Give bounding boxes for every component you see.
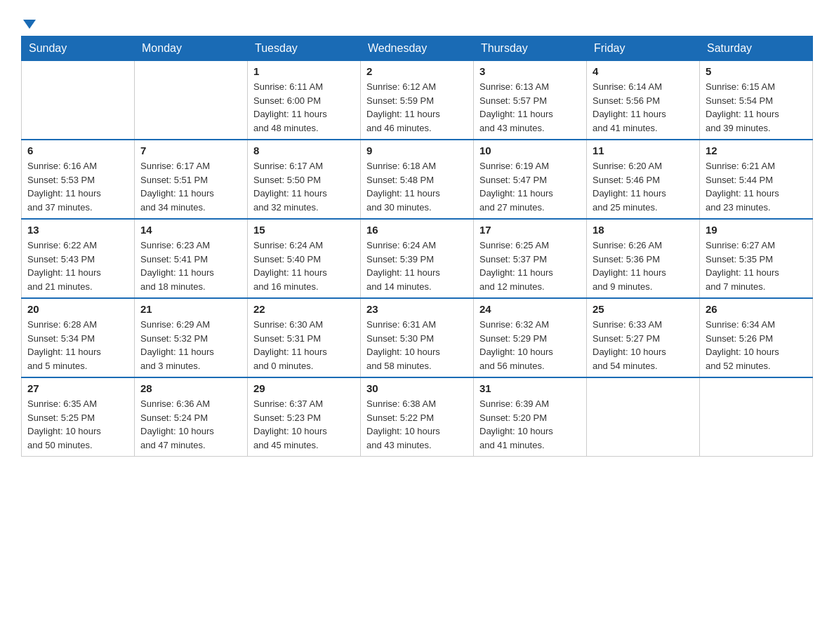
calendar-cell: 1Sunrise: 6:11 AMSunset: 6:00 PMDaylight… — [248, 61, 361, 140]
day-info: Sunrise: 6:30 AMSunset: 5:31 PMDaylight:… — [253, 318, 355, 373]
day-number: 29 — [253, 382, 355, 394]
calendar-cell: 9Sunrise: 6:18 AMSunset: 5:48 PMDaylight… — [361, 140, 474, 219]
day-info: Sunrise: 6:13 AMSunset: 5:57 PMDaylight:… — [479, 80, 581, 135]
calendar-cell: 12Sunrise: 6:21 AMSunset: 5:44 PMDayligh… — [700, 140, 813, 219]
day-info: Sunrise: 6:17 AMSunset: 5:51 PMDaylight:… — [140, 159, 241, 214]
calendar-week-row: 1Sunrise: 6:11 AMSunset: 6:00 PMDaylight… — [22, 61, 813, 140]
day-number: 24 — [479, 303, 581, 315]
day-info: Sunrise: 6:24 AMSunset: 5:39 PMDaylight:… — [366, 239, 468, 293]
calendar-cell: 5Sunrise: 6:15 AMSunset: 5:54 PMDaylight… — [700, 61, 813, 140]
calendar-cell: 23Sunrise: 6:31 AMSunset: 5:30 PMDayligh… — [361, 298, 474, 377]
calendar-cell: 24Sunrise: 6:32 AMSunset: 5:29 PMDayligh… — [474, 298, 587, 377]
day-info: Sunrise: 6:25 AMSunset: 5:37 PMDaylight:… — [479, 239, 581, 293]
day-number: 31 — [479, 382, 581, 394]
weekday-header-thursday: Thursday — [474, 36, 587, 61]
calendar-cell — [700, 377, 813, 457]
calendar-table: SundayMondayTuesdayWednesdayThursdayFrid… — [21, 36, 813, 457]
day-info: Sunrise: 6:16 AMSunset: 5:53 PMDaylight:… — [27, 159, 128, 214]
day-info: Sunrise: 6:23 AMSunset: 5:41 PMDaylight:… — [140, 239, 241, 293]
day-number: 20 — [27, 303, 128, 315]
day-info: Sunrise: 6:11 AMSunset: 6:00 PMDaylight:… — [253, 80, 355, 135]
weekday-header-monday: Monday — [135, 36, 248, 61]
day-info: Sunrise: 6:24 AMSunset: 5:40 PMDaylight:… — [253, 239, 355, 293]
calendar-cell: 29Sunrise: 6:37 AMSunset: 5:23 PMDayligh… — [248, 377, 361, 457]
day-number: 16 — [366, 224, 468, 236]
day-number: 5 — [706, 65, 807, 77]
calendar-cell: 11Sunrise: 6:20 AMSunset: 5:46 PMDayligh… — [587, 140, 700, 219]
day-info: Sunrise: 6:26 AMSunset: 5:36 PMDaylight:… — [593, 239, 694, 293]
day-info: Sunrise: 6:38 AMSunset: 5:22 PMDaylight:… — [366, 397, 468, 452]
calendar-cell — [587, 377, 700, 457]
calendar-cell: 15Sunrise: 6:24 AMSunset: 5:40 PMDayligh… — [248, 219, 361, 298]
calendar-cell: 2Sunrise: 6:12 AMSunset: 5:59 PMDaylight… — [361, 61, 474, 140]
day-info: Sunrise: 6:36 AMSunset: 5:24 PMDaylight:… — [140, 397, 241, 452]
day-number: 28 — [140, 382, 241, 394]
day-info: Sunrise: 6:18 AMSunset: 5:48 PMDaylight:… — [366, 159, 468, 214]
calendar-cell: 16Sunrise: 6:24 AMSunset: 5:39 PMDayligh… — [361, 219, 474, 298]
day-info: Sunrise: 6:35 AMSunset: 5:25 PMDaylight:… — [27, 397, 128, 452]
calendar-cell: 25Sunrise: 6:33 AMSunset: 5:27 PMDayligh… — [587, 298, 700, 377]
day-number: 23 — [366, 303, 468, 315]
calendar-cell: 18Sunrise: 6:26 AMSunset: 5:36 PMDayligh… — [587, 219, 700, 298]
day-info: Sunrise: 6:12 AMSunset: 5:59 PMDaylight:… — [366, 80, 468, 135]
calendar-cell: 7Sunrise: 6:17 AMSunset: 5:51 PMDaylight… — [135, 140, 248, 219]
calendar-cell: 21Sunrise: 6:29 AMSunset: 5:32 PMDayligh… — [135, 298, 248, 377]
calendar-cell: 6Sunrise: 6:16 AMSunset: 5:53 PMDaylight… — [22, 140, 135, 219]
calendar-cell: 28Sunrise: 6:36 AMSunset: 5:24 PMDayligh… — [135, 377, 248, 457]
weekday-header-saturday: Saturday — [700, 36, 813, 61]
day-number: 27 — [27, 382, 128, 394]
day-info: Sunrise: 6:31 AMSunset: 5:30 PMDaylight:… — [366, 318, 468, 373]
day-number: 9 — [366, 145, 468, 156]
day-info: Sunrise: 6:33 AMSunset: 5:27 PMDaylight:… — [593, 318, 694, 373]
day-number: 2 — [366, 65, 468, 77]
day-info: Sunrise: 6:29 AMSunset: 5:32 PMDaylight:… — [140, 318, 241, 373]
day-number: 7 — [140, 145, 241, 156]
calendar-cell: 14Sunrise: 6:23 AMSunset: 5:41 PMDayligh… — [135, 219, 248, 298]
day-info: Sunrise: 6:37 AMSunset: 5:23 PMDaylight:… — [253, 397, 355, 452]
day-number: 17 — [479, 224, 581, 236]
calendar-cell: 17Sunrise: 6:25 AMSunset: 5:37 PMDayligh… — [474, 219, 587, 298]
day-info: Sunrise: 6:21 AMSunset: 5:44 PMDaylight:… — [706, 159, 807, 214]
day-info: Sunrise: 6:22 AMSunset: 5:43 PMDaylight:… — [27, 239, 128, 293]
calendar-cell: 3Sunrise: 6:13 AMSunset: 5:57 PMDaylight… — [474, 61, 587, 140]
day-info: Sunrise: 6:15 AMSunset: 5:54 PMDaylight:… — [706, 80, 807, 135]
day-info: Sunrise: 6:34 AMSunset: 5:26 PMDaylight:… — [706, 318, 807, 373]
day-number: 11 — [593, 145, 694, 156]
day-info: Sunrise: 6:32 AMSunset: 5:29 PMDaylight:… — [479, 318, 581, 373]
day-number: 13 — [27, 224, 128, 236]
day-number: 8 — [253, 145, 355, 156]
calendar-week-row: 6Sunrise: 6:16 AMSunset: 5:53 PMDaylight… — [22, 140, 813, 219]
calendar-cell: 27Sunrise: 6:35 AMSunset: 5:25 PMDayligh… — [22, 377, 135, 457]
weekday-header-wednesday: Wednesday — [361, 36, 474, 61]
day-number: 12 — [706, 145, 807, 156]
day-number: 26 — [706, 303, 807, 315]
page-header — [21, 14, 813, 29]
day-info: Sunrise: 6:20 AMSunset: 5:46 PMDaylight:… — [593, 159, 694, 214]
day-info: Sunrise: 6:28 AMSunset: 5:34 PMDaylight:… — [27, 318, 128, 373]
calendar-header-row: SundayMondayTuesdayWednesdayThursdayFrid… — [22, 36, 813, 61]
calendar-cell: 8Sunrise: 6:17 AMSunset: 5:50 PMDaylight… — [248, 140, 361, 219]
day-number: 30 — [366, 382, 468, 394]
day-number: 10 — [479, 145, 581, 156]
day-info: Sunrise: 6:14 AMSunset: 5:56 PMDaylight:… — [593, 80, 694, 135]
day-number: 22 — [253, 303, 355, 315]
weekday-header-sunday: Sunday — [22, 36, 135, 61]
calendar-cell — [135, 61, 248, 140]
day-number: 19 — [706, 224, 807, 236]
calendar-cell: 22Sunrise: 6:30 AMSunset: 5:31 PMDayligh… — [248, 298, 361, 377]
calendar-cell: 20Sunrise: 6:28 AMSunset: 5:34 PMDayligh… — [22, 298, 135, 377]
calendar-cell: 30Sunrise: 6:38 AMSunset: 5:22 PMDayligh… — [361, 377, 474, 457]
weekday-header-tuesday: Tuesday — [248, 36, 361, 61]
calendar-cell: 13Sunrise: 6:22 AMSunset: 5:43 PMDayligh… — [22, 219, 135, 298]
calendar-week-row: 20Sunrise: 6:28 AMSunset: 5:34 PMDayligh… — [22, 298, 813, 377]
calendar-cell: 4Sunrise: 6:14 AMSunset: 5:56 PMDaylight… — [587, 61, 700, 140]
logo-triangle-icon — [23, 20, 36, 29]
calendar-cell: 10Sunrise: 6:19 AMSunset: 5:47 PMDayligh… — [474, 140, 587, 219]
day-info: Sunrise: 6:19 AMSunset: 5:47 PMDaylight:… — [479, 159, 581, 214]
day-info: Sunrise: 6:27 AMSunset: 5:35 PMDaylight:… — [706, 239, 807, 293]
weekday-header-friday: Friday — [587, 36, 700, 61]
day-number: 25 — [593, 303, 694, 315]
day-number: 4 — [593, 65, 694, 77]
logo — [21, 14, 36, 29]
day-number: 15 — [253, 224, 355, 236]
